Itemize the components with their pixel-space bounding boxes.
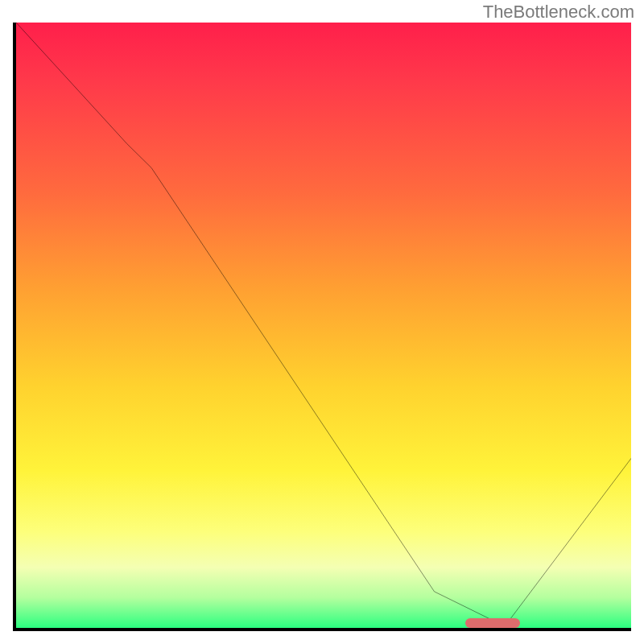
bottleneck-curve xyxy=(16,23,631,628)
chart-container: TheBottleneck.com xyxy=(0,0,644,644)
optimal-range-marker xyxy=(465,618,521,628)
watermark-text: TheBottleneck.com xyxy=(483,2,634,23)
plot-area xyxy=(13,23,631,631)
